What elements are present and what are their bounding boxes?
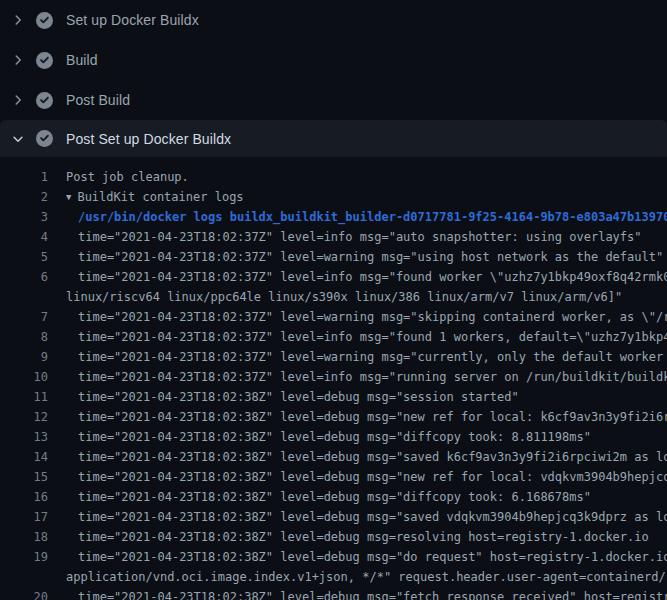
log-line: 4 time="2021-04-23T18:02:37Z" level=info… xyxy=(0,227,667,247)
chevron-right-icon xyxy=(11,13,25,27)
step-row-build[interactable]: Build xyxy=(0,40,667,80)
log-line: linux/riscv64 linux/ppc64le linux/s390x … xyxy=(0,287,667,307)
log-line-number[interactable]: 15 xyxy=(0,467,48,487)
log-line-number[interactable]: 6 xyxy=(0,267,48,287)
log-line-number[interactable]: 16 xyxy=(0,487,48,507)
log-line: 20 time="2021-04-23T18:02:38Z" level=deb… xyxy=(0,587,667,600)
log-line: 10 time="2021-04-23T18:02:37Z" level=inf… xyxy=(0,367,667,387)
log-line-text: time="2021-04-23T18:02:38Z" level=debug … xyxy=(48,407,667,427)
log-line-text: time="2021-04-23T18:02:37Z" level=warnin… xyxy=(48,247,663,267)
check-circle-icon xyxy=(36,92,53,109)
log-line-number[interactable]: 5 xyxy=(0,247,48,267)
log-line-text: time="2021-04-23T18:02:38Z" level=debug … xyxy=(48,527,649,547)
step-row-post-set-up-docker-buildx[interactable]: Post Set up Docker Buildx xyxy=(0,120,667,157)
log-line: 1 Post job cleanup. xyxy=(0,167,667,187)
log-line: 5 time="2021-04-23T18:02:37Z" level=warn… xyxy=(0,247,667,267)
chevron-down-icon xyxy=(11,132,25,146)
log-line-text: time="2021-04-23T18:02:38Z" level=debug … xyxy=(48,447,667,467)
log-line-number[interactable]: 10 xyxy=(0,367,48,387)
check-circle-icon xyxy=(36,52,53,69)
step-list: Set up Docker Buildx Build Post Build Po… xyxy=(0,0,667,157)
log-line-text: time="2021-04-23T18:02:37Z" level=info m… xyxy=(48,327,667,347)
log-line-number[interactable]: 20 xyxy=(0,587,48,600)
log-line-text: time="2021-04-23T18:02:38Z" level=debug … xyxy=(48,467,667,487)
log-line-text: application/vnd.oci.image.index.v1+json,… xyxy=(48,567,667,587)
log-line: 9 time="2021-04-23T18:02:37Z" level=warn… xyxy=(0,347,667,367)
log-line-number[interactable]: 1 xyxy=(0,167,48,187)
log-line-text: time="2021-04-23T18:02:38Z" level=debug … xyxy=(48,547,667,567)
log-line-number[interactable]: 9 xyxy=(0,347,48,367)
log-line-number[interactable]: 8 xyxy=(0,327,48,347)
log-line-text: linux/riscv64 linux/ppc64le linux/s390x … xyxy=(48,287,622,307)
log-line: 13 time="2021-04-23T18:02:38Z" level=deb… xyxy=(0,427,667,447)
log-line: application/vnd.oci.image.index.v1+json,… xyxy=(0,567,667,587)
log-line-text: Post job cleanup. xyxy=(48,167,189,187)
log-line-number[interactable]: 13 xyxy=(0,427,48,447)
log-line: 6 time="2021-04-23T18:02:37Z" level=info… xyxy=(0,267,667,287)
log-line: 14 time="2021-04-23T18:02:38Z" level=deb… xyxy=(0,447,667,467)
log-line-number[interactable]: 19 xyxy=(0,547,48,567)
step-row-set-up-docker-buildx[interactable]: Set up Docker Buildx xyxy=(0,0,667,40)
log-line-text: time="2021-04-23T18:02:37Z" level=warnin… xyxy=(48,307,667,327)
log-line-number xyxy=(0,567,48,587)
step-row-post-build[interactable]: Post Build xyxy=(0,80,667,120)
step-title: Set up Docker Buildx xyxy=(66,12,199,28)
log-line: 17 time="2021-04-23T18:02:38Z" level=deb… xyxy=(0,507,667,527)
log-line-text: time="2021-04-23T18:02:38Z" level=debug … xyxy=(48,507,667,527)
log-line-text: time="2021-04-23T18:02:38Z" level=debug … xyxy=(48,487,591,507)
log-line-number[interactable]: 3 xyxy=(0,207,48,227)
log-line: 11 time="2021-04-23T18:02:38Z" level=deb… xyxy=(0,387,667,407)
log-line: 16 time="2021-04-23T18:02:38Z" level=deb… xyxy=(0,487,667,507)
chevron-right-icon xyxy=(11,53,25,67)
step-title: Post Set up Docker Buildx xyxy=(66,131,231,147)
log-line: 3 /usr/bin/docker logs buildx_buildkit_b… xyxy=(0,207,667,227)
chevron-right-icon xyxy=(11,93,25,107)
step-title: Post Build xyxy=(66,92,130,108)
log-line-text: time="2021-04-23T18:02:38Z" level=debug … xyxy=(48,587,667,600)
triangle-down-icon: ▼ xyxy=(66,187,71,207)
log-line-text: time="2021-04-23T18:02:38Z" level=debug … xyxy=(48,387,519,407)
step-title: Build xyxy=(66,52,98,68)
log-line: 18 time="2021-04-23T18:02:38Z" level=deb… xyxy=(0,527,667,547)
log-line-number[interactable]: 4 xyxy=(0,227,48,247)
log-line-number[interactable]: 7 xyxy=(0,307,48,327)
log-line: 15 time="2021-04-23T18:02:38Z" level=deb… xyxy=(0,467,667,487)
log-line-text: time="2021-04-23T18:02:37Z" level=warnin… xyxy=(48,347,667,367)
log-line: 19 time="2021-04-23T18:02:38Z" level=deb… xyxy=(0,547,667,567)
log-output: 1 Post job cleanup. 2 ▼BuildKit containe… xyxy=(0,157,667,600)
log-line-text: /usr/bin/docker logs buildx_buildkit_bui… xyxy=(48,207,667,227)
log-line-text: time="2021-04-23T18:02:37Z" level=info m… xyxy=(48,367,667,387)
log-line-text: time="2021-04-23T18:02:38Z" level=debug … xyxy=(48,427,591,447)
log-line-number[interactable]: 18 xyxy=(0,527,48,547)
log-line: 8 time="2021-04-23T18:02:37Z" level=info… xyxy=(0,327,667,347)
log-line-number[interactable]: 2 xyxy=(0,187,48,207)
check-circle-icon xyxy=(36,130,53,147)
log-line: 7 time="2021-04-23T18:02:37Z" level=warn… xyxy=(0,307,667,327)
log-line-number[interactable]: 12 xyxy=(0,407,48,427)
log-line-number[interactable]: 11 xyxy=(0,387,48,407)
log-line-number[interactable]: 14 xyxy=(0,447,48,467)
log-line-text: time="2021-04-23T18:02:37Z" level=info m… xyxy=(48,267,667,287)
log-line-text: time="2021-04-23T18:02:37Z" level=info m… xyxy=(48,227,642,247)
check-circle-icon xyxy=(36,12,53,29)
log-line-number xyxy=(0,287,48,307)
log-line-text: BuildKit container logs xyxy=(77,190,243,204)
actions-log-viewer: Set up Docker Buildx Build Post Build Po… xyxy=(0,0,667,600)
log-group-toggle[interactable]: 2 ▼BuildKit container logs xyxy=(0,187,667,207)
log-line: 12 time="2021-04-23T18:02:38Z" level=deb… xyxy=(0,407,667,427)
log-line-number[interactable]: 17 xyxy=(0,507,48,527)
